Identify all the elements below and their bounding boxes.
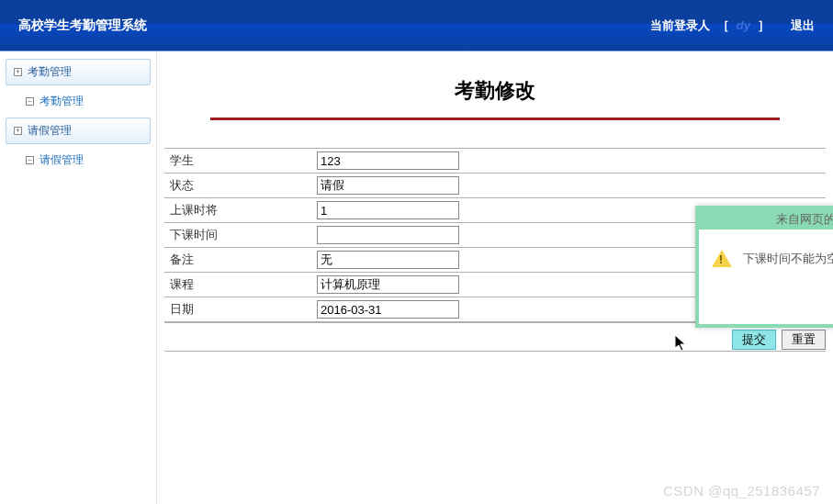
status-input[interactable] xyxy=(317,176,459,195)
sidebar: + 考勤管理 − 考勤管理 + 请假管理 − 请假管理 xyxy=(0,51,157,504)
bracket-close: ］ xyxy=(758,17,770,34)
logout-link[interactable]: 退出 xyxy=(791,17,815,34)
dialog-message: 下课时间不能为空 xyxy=(743,251,833,267)
sidebar-sub-attendance[interactable]: − 考勤管理 xyxy=(6,89,151,114)
form-label: 上课时将 xyxy=(164,198,311,223)
form-row-status: 状态 xyxy=(164,174,826,198)
form-label: 课程 xyxy=(164,273,311,297)
sidebar-item-attendance[interactable]: + 考勤管理 xyxy=(6,59,151,85)
title-divider xyxy=(210,118,780,120)
watermark: CSDN @qq_251836457 xyxy=(663,483,820,498)
page-title: 考勤修改 xyxy=(164,51,826,118)
alert-dialog: 来自网页的消息 × 下课时间不能为空 确定 xyxy=(695,206,833,328)
sidebar-item-label: 考勤管理 xyxy=(39,94,84,109)
bracket-open: ［ xyxy=(717,17,729,34)
current-user: dy xyxy=(737,18,750,32)
dialog-body: 下课时间不能为空 xyxy=(699,230,833,280)
header-right: 当前登录人 ［ dy ］ 退出 xyxy=(650,17,815,34)
app-header: 高校学生考勤管理系统 当前登录人 ［ dy ］ 退出 xyxy=(0,0,833,51)
form-row-student: 学生 xyxy=(164,149,826,174)
date-input[interactable] xyxy=(317,300,459,319)
collapse-icon: − xyxy=(26,97,34,106)
app-title: 高校学生考勤管理系统 xyxy=(18,17,650,34)
starttime-input[interactable] xyxy=(317,201,459,219)
endtime-input[interactable] xyxy=(317,226,459,244)
sidebar-sub-leave[interactable]: − 请假管理 xyxy=(6,148,151,173)
form-label: 状态 xyxy=(164,174,311,198)
login-user-label: 当前登录人 xyxy=(650,17,710,34)
remark-input[interactable] xyxy=(317,251,459,269)
warning-icon xyxy=(712,250,732,267)
course-input[interactable] xyxy=(317,275,459,294)
form-label: 学生 xyxy=(164,149,311,174)
dialog-titlebar: 来自网页的消息 × xyxy=(699,209,833,230)
container: + 考勤管理 − 考勤管理 + 请假管理 − 请假管理 考勤修改 学生 xyxy=(0,51,833,504)
student-input[interactable] xyxy=(317,151,459,170)
form-label: 日期 xyxy=(164,297,311,322)
main-content: 考勤修改 学生 状态 上课时将 下课时间 xyxy=(157,51,833,504)
sidebar-item-label: 请假管理 xyxy=(28,123,72,139)
reset-button[interactable]: 重置 xyxy=(782,330,826,350)
form-label: 下课时间 xyxy=(164,223,311,248)
dialog-title: 来自网页的消息 xyxy=(704,211,833,228)
expand-icon: + xyxy=(14,68,22,76)
sidebar-item-label: 考勤管理 xyxy=(28,64,72,80)
collapse-icon: − xyxy=(26,156,34,164)
sidebar-item-leave[interactable]: + 请假管理 xyxy=(6,118,151,144)
sidebar-item-label: 请假管理 xyxy=(39,152,84,168)
form-label: 备注 xyxy=(164,248,311,273)
expand-icon: + xyxy=(14,127,22,135)
dialog-footer: 确定 xyxy=(699,280,833,324)
submit-button[interactable]: 提交 xyxy=(732,330,776,350)
